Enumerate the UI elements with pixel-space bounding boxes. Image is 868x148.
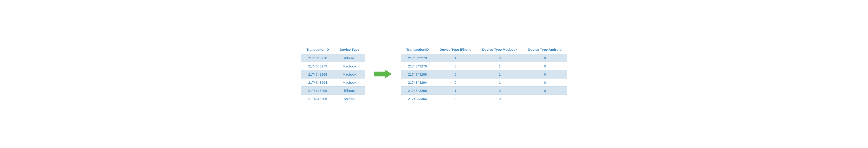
left-cell-id: 2174343296	[301, 86, 334, 95]
table-row: 2174343296100	[401, 86, 567, 95]
table-row: 2174343278100	[401, 54, 567, 62]
right-cell-android: 0	[523, 86, 567, 95]
right-cell-android: 0	[523, 70, 567, 78]
left-cell-type: Macbook	[334, 70, 365, 78]
transform-arrow	[374, 68, 392, 80]
right-cell-iphone: 0	[434, 62, 477, 70]
right-cell-android: 0	[523, 54, 567, 62]
left-header-device-type: Device Type	[334, 45, 365, 54]
right-cell-iphone: 0	[434, 78, 477, 86]
left-cell-id: 2174343279	[301, 62, 334, 70]
left-cell-type: iPhone	[334, 86, 365, 95]
right-cell-id: 2174343279	[401, 62, 434, 70]
right-cell-android: 0	[523, 78, 567, 86]
left-cell-type: Macbook	[334, 62, 365, 70]
right-cell-android: 0	[523, 62, 567, 70]
table-row: 2174343296iPhone	[301, 86, 365, 95]
right-cell-macbook: 0	[477, 95, 523, 103]
right-cell-macbook: 0	[477, 54, 523, 62]
left-header-transaction-id: TransactionID	[301, 45, 334, 54]
right-cell-id: 2174343278	[401, 54, 434, 62]
svg-marker-0	[374, 70, 392, 78]
right-cell-macbook: 1	[477, 62, 523, 70]
left-cell-id: 2174343278	[301, 54, 334, 62]
right-cell-iphone: 1	[434, 86, 477, 95]
table-row: 2174343288Macbook	[301, 70, 365, 78]
left-cell-id: 2174343294	[301, 78, 334, 86]
right-cell-android: 1	[523, 95, 567, 103]
table-row: 2174343294Macbook	[301, 78, 365, 86]
table-row: 2174343294010	[401, 78, 567, 86]
left-cell-type: Macbook	[334, 78, 365, 86]
right-cell-id: 2174343288	[401, 70, 434, 78]
left-cell-type: Android	[334, 95, 365, 103]
table-row: 2174343279010	[401, 62, 567, 70]
left-cell-id: 2174343288	[301, 70, 334, 78]
right-cell-id: 2174343296	[401, 86, 434, 95]
left-cell-type: iPhone	[334, 54, 365, 62]
right-cell-macbook: 1	[477, 78, 523, 86]
right-header-android: Device Type Android	[523, 45, 567, 54]
table-row: 2174343306001	[401, 95, 567, 103]
table-row: 2174343279Macbook	[301, 62, 365, 70]
table-row: 2174343278iPhone	[301, 54, 365, 62]
right-table: TransactionID Device Type iPhone Device …	[401, 45, 567, 103]
right-cell-id: 2174343294	[401, 78, 434, 86]
left-table: TransactionID Device Type 2174343278iPho…	[301, 45, 365, 103]
right-cell-iphone: 1	[434, 54, 477, 62]
right-cell-iphone: 0	[434, 95, 477, 103]
right-header-transaction-id: TransactionID	[401, 45, 434, 54]
left-cell-id: 2174343306	[301, 95, 334, 103]
right-cell-iphone: 0	[434, 70, 477, 78]
right-cell-id: 2174343306	[401, 95, 434, 103]
table-row: 2174343288010	[401, 70, 567, 78]
right-cell-macbook: 1	[477, 70, 523, 78]
right-header-iphone: Device Type iPhone	[434, 45, 477, 54]
right-cell-macbook: 0	[477, 86, 523, 95]
right-header-macbook: Device Type Macbook	[477, 45, 523, 54]
arrow-icon	[374, 68, 392, 80]
table-row: 2174343306Android	[301, 95, 365, 103]
main-container: TransactionID Device Type 2174343278iPho…	[301, 45, 567, 103]
